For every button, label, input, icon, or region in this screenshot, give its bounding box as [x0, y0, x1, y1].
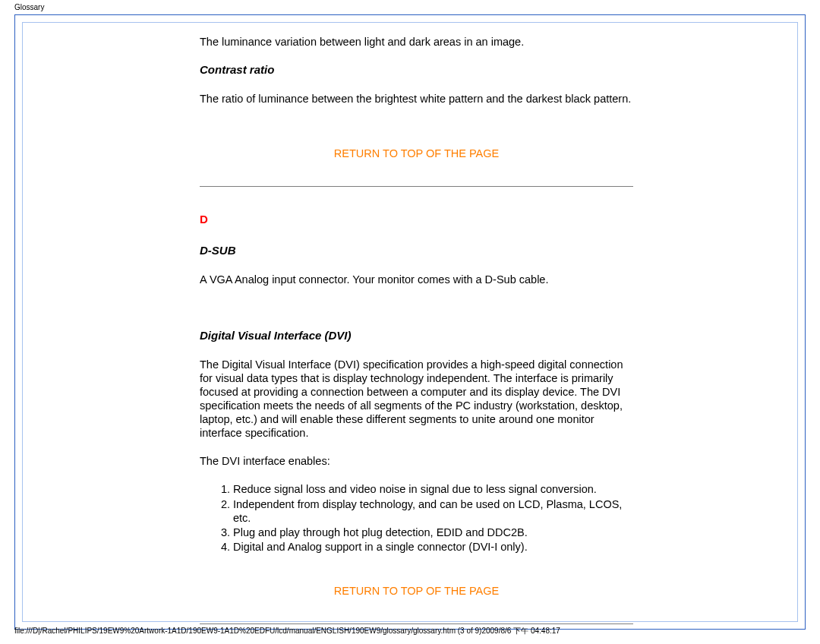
inner-frame: The luminance variation between light an…	[22, 22, 798, 622]
footer-file-path: file:///D|/Rachel/PHILIPS/19EW9%20Artwor…	[14, 626, 560, 636]
return-to-top-link[interactable]: RETURN TO TOP OF THE PAGE	[200, 584, 633, 598]
divider	[200, 623, 633, 624]
heading-dsub: D-SUB	[200, 244, 633, 258]
list-item: Plug and play through hot plug detection…	[233, 526, 633, 539]
content-area: The luminance variation between light an…	[23, 23, 797, 644]
list-item: Digital and Analog support in a single c…	[233, 540, 633, 554]
para-dsub: A VGA Analog input connector. Your monit…	[200, 273, 633, 286]
dvi-list: Reduce signal loss and video noise in si…	[233, 482, 633, 554]
para-contrast-ratio: The ratio of luminance between the brigh…	[200, 92, 633, 106]
outer-frame: The luminance variation between light an…	[14, 14, 806, 630]
list-item: Reduce signal loss and video noise in si…	[233, 482, 633, 496]
para-dvi-1: The Digital Visual Interface (DVI) speci…	[200, 358, 633, 440]
section-letter-d: D	[200, 213, 633, 227]
list-item: Independent from display technology, and…	[233, 497, 633, 525]
intro-paragraph: The luminance variation between light an…	[200, 35, 633, 49]
return-to-top-link[interactable]: RETURN TO TOP OF THE PAGE	[200, 147, 633, 160]
heading-contrast-ratio: Contrast ratio	[200, 63, 633, 77]
divider	[200, 186, 633, 187]
para-dvi-2: The DVI interface enables:	[200, 454, 633, 468]
page-header-title: Glossary	[0, 0, 820, 14]
heading-dvi: Digital Visual Interface (DVI)	[200, 329, 633, 343]
